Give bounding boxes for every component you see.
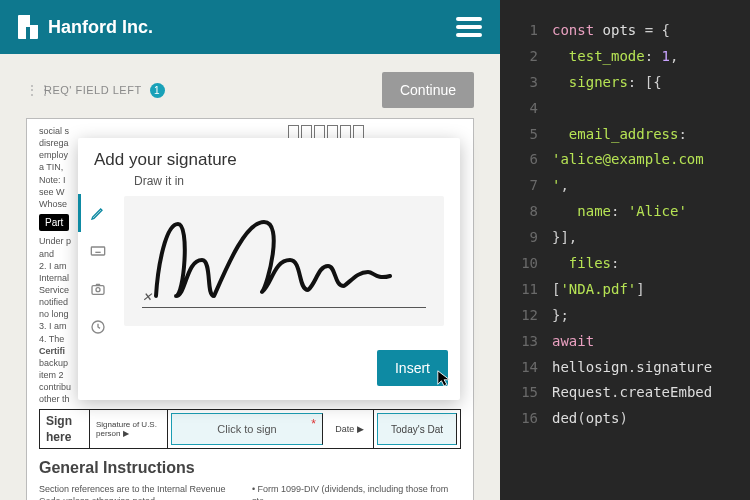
code-line: 1const opts = { — [510, 18, 740, 44]
toolbar: ⋮⋮ REQ' FIELD LEFT 1 Continue — [0, 54, 500, 118]
drag-dots-icon: ⋮⋮ — [26, 88, 36, 93]
signature-baseline — [142, 307, 426, 308]
svg-point-2 — [96, 288, 100, 292]
saved-tab[interactable] — [78, 308, 118, 346]
code-line: 16ded(opts) — [510, 406, 740, 432]
line-number: 9 — [510, 225, 538, 251]
line-number: 1 — [510, 18, 538, 44]
signature-method-tabs — [78, 194, 118, 346]
svg-rect-1 — [92, 286, 104, 295]
signature-canvas[interactable]: ✕ — [124, 196, 444, 326]
code-panel: 1const opts = {2 test_mode: 1,3 signers:… — [500, 0, 750, 500]
line-number: 12 — [510, 303, 538, 329]
insert-button[interactable]: Insert — [377, 350, 448, 386]
brand-name: Hanford Inc. — [48, 17, 153, 38]
type-tab[interactable] — [78, 232, 118, 270]
line-number: 2 — [510, 44, 538, 70]
upload-tab[interactable] — [78, 270, 118, 308]
code-line: 10 files: — [510, 251, 740, 277]
brand-logo-icon — [18, 15, 38, 39]
line-number: 10 — [510, 251, 538, 277]
code-line: 14hellosign.signature — [510, 355, 740, 381]
code-line: 8 name: 'Alice' — [510, 199, 740, 225]
section-badge: Part — [39, 214, 69, 232]
modal-subtitle: Draw it in — [78, 174, 460, 194]
code-line: 11['NDA.pdf'] — [510, 277, 740, 303]
doc-text: social s — [39, 125, 278, 137]
continue-button[interactable]: Continue — [382, 72, 474, 108]
code-line: 15Request.createEmbed — [510, 380, 740, 406]
app-header: Hanford Inc. — [0, 0, 500, 54]
code-line: 5 email_address: — [510, 122, 740, 148]
app-left-panel: Hanford Inc. ⋮⋮ REQ' FIELD LEFT 1 Contin… — [0, 0, 500, 500]
line-number: 3 — [510, 70, 538, 96]
code-line: 7', — [510, 173, 740, 199]
signature-of-label: Signature of U.S. person ▶ — [90, 410, 168, 448]
code-line: 2 test_mode: 1, — [510, 44, 740, 70]
pencil-icon — [90, 205, 106, 221]
doc-text: • Form 1099-DIV (dividends, including th… — [252, 483, 461, 500]
keyboard-icon — [90, 243, 106, 259]
line-number: 11 — [510, 277, 538, 303]
date-label: Date ▶ — [326, 410, 374, 448]
line-number: 6 — [510, 147, 538, 173]
hamburger-menu-icon[interactable] — [456, 17, 482, 37]
line-number: 8 — [510, 199, 538, 225]
line-number: 5 — [510, 122, 538, 148]
signature-modal: Add your signature Draw it in — [78, 138, 460, 400]
line-number: 4 — [510, 96, 538, 122]
code-line: 12}; — [510, 303, 740, 329]
code-line: 9}], — [510, 225, 740, 251]
required-asterisk-icon: * — [311, 416, 316, 432]
brand: Hanford Inc. — [18, 15, 153, 39]
required-fields-indicator: ⋮⋮ REQ' FIELD LEFT 1 — [26, 83, 165, 98]
signature-stroke — [146, 214, 406, 314]
sign-here-label: Sign here — [40, 410, 90, 448]
camera-icon — [90, 281, 106, 297]
line-number: 13 — [510, 329, 538, 355]
svg-rect-0 — [91, 247, 104, 255]
line-number: 14 — [510, 355, 538, 381]
clock-icon — [90, 319, 106, 335]
signature-field-placeholder: Click to sign — [217, 422, 276, 437]
signature-row: Sign here Signature of U.S. person ▶ Cli… — [39, 409, 461, 449]
modal-title: Add your signature — [78, 138, 460, 174]
general-instructions-heading: General Instructions — [39, 457, 461, 479]
line-number: 16 — [510, 406, 538, 432]
doc-text: Section references are to the Internal R… — [39, 483, 232, 500]
line-number: 7 — [510, 173, 538, 199]
signature-field[interactable]: Click to sign * — [171, 413, 323, 445]
draw-tab[interactable] — [78, 194, 118, 232]
code-line: 13await — [510, 329, 740, 355]
signature-x-mark: ✕ — [142, 290, 152, 304]
line-number: 15 — [510, 380, 538, 406]
required-fields-label: REQ' FIELD LEFT — [44, 84, 142, 96]
date-field[interactable]: Today's Dat — [377, 413, 457, 445]
code-line: 3 signers: [{ — [510, 70, 740, 96]
required-fields-count: 1 — [150, 83, 165, 98]
code-line: 6'alice@example.com — [510, 147, 740, 173]
code-line: 4 — [510, 96, 740, 122]
